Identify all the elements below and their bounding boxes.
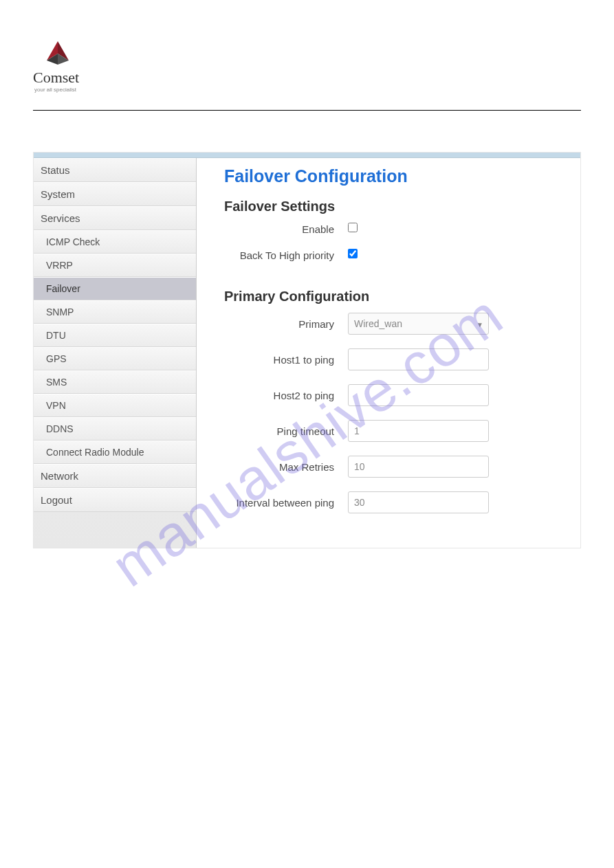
sidebar-item-vrrp[interactable]: VRRP <box>34 254 196 277</box>
logo-brand-text: Comset <box>33 69 581 87</box>
host2-input[interactable] <box>348 384 489 406</box>
router-admin-app: Status System Services ICMP Check VRRP F… <box>33 152 581 548</box>
page-title: Failover Configuration <box>224 166 560 186</box>
host1-input[interactable] <box>348 348 489 370</box>
topbar <box>34 153 580 158</box>
sidebar: Status System Services ICMP Check VRRP F… <box>34 158 197 548</box>
sidebar-item-snmp[interactable]: SNMP <box>34 300 196 324</box>
enable-label: Enable <box>224 223 348 235</box>
interval-label: Interval between ping <box>224 497 348 509</box>
back-to-high-priority-checkbox[interactable] <box>348 249 358 258</box>
sidebar-item-vpn[interactable]: VPN <box>34 394 196 417</box>
sidebar-item-gps[interactable]: GPS <box>34 347 196 370</box>
header-logo: Comset your all specialist <box>33 41 581 111</box>
ping-timeout-input[interactable] <box>348 420 489 442</box>
primary-label: Primary <box>224 318 348 330</box>
sidebar-item-icmp-check[interactable]: ICMP Check <box>34 230 196 254</box>
enable-checkbox[interactable] <box>348 223 358 232</box>
sidebar-item-sms[interactable]: SMS <box>34 370 196 394</box>
sidebar-item-logout[interactable]: Logout <box>34 488 196 512</box>
sidebar-item-network[interactable]: Network <box>34 464 196 488</box>
section-primary-configuration: Primary Configuration <box>224 289 560 304</box>
sidebar-item-system[interactable]: System <box>34 182 196 206</box>
primary-select[interactable]: Wired_wan <box>348 313 489 335</box>
max-retries-label: Max Retries <box>224 461 348 473</box>
max-retries-input[interactable] <box>348 456 489 478</box>
sidebar-item-dtu[interactable]: DTU <box>34 324 196 347</box>
comset-logo-icon <box>37 41 78 66</box>
main-content: Failover Configuration Failover Settings… <box>197 158 580 548</box>
host1-label: Host1 to ping <box>224 354 348 366</box>
sidebar-item-failover[interactable]: Failover <box>34 277 196 300</box>
ping-timeout-label: Ping timeout <box>224 425 348 437</box>
sidebar-item-services[interactable]: Services <box>34 206 196 230</box>
back-to-high-priority-label: Back To High priority <box>224 249 348 261</box>
host2-label: Host2 to ping <box>224 390 348 401</box>
sidebar-item-status[interactable]: Status <box>34 158 196 182</box>
sidebar-item-ddns[interactable]: DDNS <box>34 417 196 441</box>
logo-tagline: your all specialist <box>34 87 581 93</box>
section-failover-settings: Failover Settings <box>224 199 560 214</box>
interval-input[interactable] <box>348 491 489 513</box>
sidebar-item-connect-radio-module[interactable]: Connect Radio Module <box>34 441 196 464</box>
